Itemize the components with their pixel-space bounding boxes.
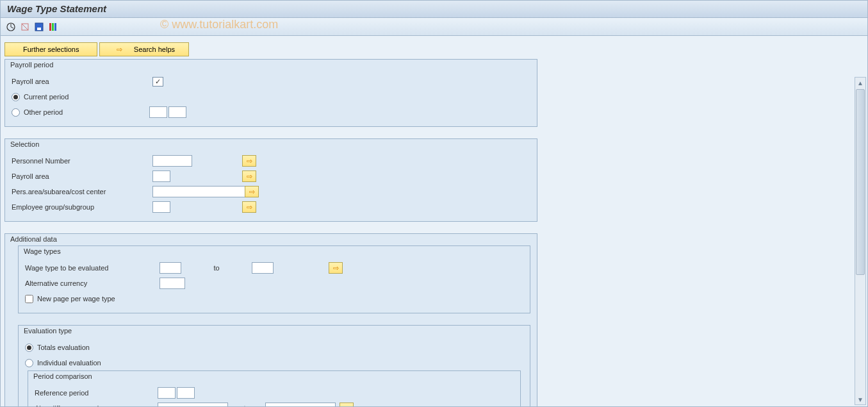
vertical-scrollbar[interactable]: ▲ ▼ <box>855 77 866 405</box>
group-title: Period comparison <box>31 371 523 381</box>
selection-group: Selection Personnel Number ⇨ Payroll are… <box>4 138 537 222</box>
group-title: Additional data <box>8 234 539 244</box>
arrow-right-icon: ⇨ <box>117 46 122 54</box>
title-bar: Wage Type Statement <box>0 0 868 18</box>
totals-label: Totals evaluation <box>37 344 90 351</box>
page-title: Wage Type Statement <box>7 3 106 14</box>
evaluation-type-group: Evaluation type Totals evaluation Indivi… <box>18 325 530 407</box>
variant-icon[interactable] <box>20 22 30 32</box>
totals-evaluation-radio[interactable] <box>25 344 33 352</box>
pers-area-input[interactable] <box>152 186 249 197</box>
scroll-down-icon[interactable]: ▼ <box>855 394 865 404</box>
ref-period-input-1[interactable] <box>158 387 176 399</box>
wage-type-to-input[interactable] <box>252 262 274 274</box>
emp-group-label: Employee group/subgroup <box>12 203 152 211</box>
period-comparison-group: Period comparison Reference period Abs. … <box>28 370 521 407</box>
search-helps-button[interactable]: ⇨Search helps <box>99 42 189 56</box>
execute-icon[interactable] <box>6 22 16 32</box>
pers-area-label: Pers.area/subarea/cost center <box>12 188 152 195</box>
payroll-area-label: Payroll area <box>12 78 152 85</box>
individual-evaluation-radio[interactable] <box>25 359 33 367</box>
other-period-radio[interactable] <box>12 108 20 117</box>
other-period-label: Other period <box>24 108 149 116</box>
ref-period-input-2[interactable] <box>177 387 195 399</box>
personnel-number-label: Personnel Number <box>12 157 152 165</box>
multiple-selection-button[interactable]: ⇨ <box>242 201 256 213</box>
current-period-label: Current period <box>24 93 69 101</box>
payroll-period-group: Payroll period Payroll area ✓ Current pe… <box>4 59 537 127</box>
current-period-radio[interactable] <box>12 93 20 101</box>
wage-types-group: Wage types Wage type to be evaluated to … <box>18 245 530 313</box>
to-label: to <box>228 404 265 407</box>
color-legend-icon[interactable] <box>48 22 58 32</box>
multiple-selection-button[interactable]: ⇨ <box>242 155 256 167</box>
payroll-area-sel-input[interactable] <box>152 170 170 182</box>
group-title: Selection <box>8 139 539 149</box>
new-page-checkbox[interactable] <box>25 295 33 303</box>
payroll-area-sel-label: Payroll area <box>12 172 152 180</box>
multiple-selection-button[interactable]: ⇨ <box>340 403 354 407</box>
emp-group-input[interactable] <box>152 201 170 213</box>
to-label: to <box>181 264 252 272</box>
alt-currency-input[interactable] <box>160 278 185 289</box>
alt-currency-label: Alternative currency <box>25 279 160 287</box>
ref-period-label: Reference period <box>35 389 158 397</box>
svg-line-2 <box>11 27 13 28</box>
svg-rect-8 <box>54 23 56 31</box>
abs-diff-to-input[interactable] <box>265 403 336 407</box>
content-area: Further selections ⇨Search helps Payroll… <box>0 36 868 407</box>
additional-data-group: Additional data Wage types Wage type to … <box>4 233 537 407</box>
other-period-input-1[interactable] <box>149 106 167 118</box>
group-title: Wage types <box>21 246 532 256</box>
further-selections-button[interactable]: Further selections <box>4 42 97 56</box>
group-title: Evaluation type <box>21 326 532 336</box>
abs-diff-from-input[interactable] <box>158 403 228 407</box>
wage-type-from-input[interactable] <box>160 262 181 274</box>
scroll-up-icon[interactable]: ▲ <box>855 78 865 88</box>
svg-rect-6 <box>49 23 51 31</box>
svg-rect-5 <box>37 28 41 30</box>
other-period-input-2[interactable] <box>168 106 186 118</box>
new-page-label: New page per wage type <box>37 295 115 303</box>
multiple-selection-button[interactable]: ⇨ <box>329 262 343 274</box>
group-title: Payroll period <box>8 60 539 70</box>
toolbar <box>0 18 868 36</box>
scroll-thumb[interactable] <box>856 89 865 275</box>
wage-type-eval-label: Wage type to be evaluated <box>25 264 160 272</box>
abs-diff-label: Abs. difference number <box>35 404 158 407</box>
individual-label: Individual evaluation <box>37 359 101 367</box>
payroll-area-checkbox[interactable]: ✓ <box>152 77 163 87</box>
personnel-number-input[interactable] <box>152 155 192 167</box>
svg-rect-7 <box>52 23 54 31</box>
save-layout-icon[interactable] <box>34 22 44 32</box>
button-row: Further selections ⇨Search helps <box>4 42 864 56</box>
multiple-selection-button[interactable]: ⇨ <box>242 170 256 182</box>
multiple-selection-button[interactable]: ⇨ <box>245 186 259 197</box>
